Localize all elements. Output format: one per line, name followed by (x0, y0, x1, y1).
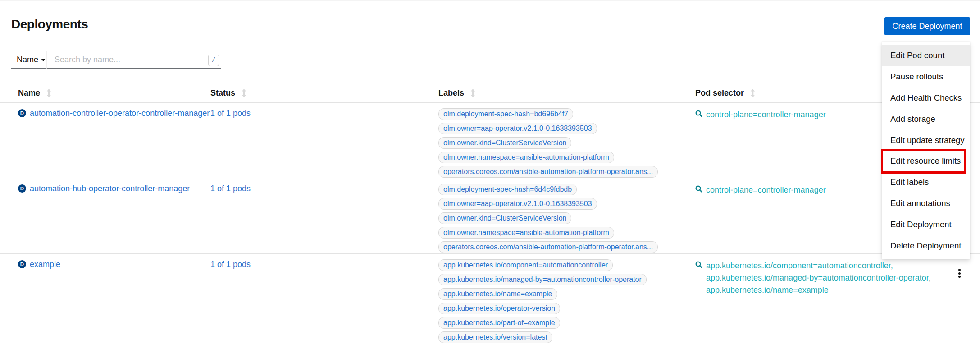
deployment-name-link[interactable]: automation-hub-operator-controller-manag… (30, 184, 190, 193)
slash-shortcut-badge: / (208, 55, 219, 66)
deployment-resource-badge: D (18, 109, 26, 117)
search-icon (695, 110, 702, 119)
status-pods-link[interactable]: 1 of 1 pods (210, 260, 251, 269)
menu-item-add-storage[interactable]: Add storage (882, 108, 970, 129)
sort-icon[interactable] (750, 89, 755, 97)
menu-item-add-health-checks[interactable]: Add Health Checks (882, 87, 970, 109)
label-chip: app.kubernetes.io/part-of=example (438, 317, 560, 329)
actions-menu: Edit Pod count Pause rollouts Add Health… (882, 42, 970, 259)
deployment-name-link[interactable]: example (30, 260, 60, 269)
menu-item-edit-annotations[interactable]: Edit annotations (882, 193, 970, 214)
label-chip: app.kubernetes.io/managed-by=automationc… (438, 274, 647, 285)
menu-item-edit-labels[interactable]: Edit labels (882, 172, 970, 193)
table-row: D automation-hub-operator-controller-man… (0, 178, 980, 254)
sort-icon[interactable] (46, 89, 51, 97)
search-icon (695, 261, 702, 270)
label-chip: olm.owner=aap-operator.v2.1.0-0.16383935… (438, 123, 597, 134)
menu-item-pause-rollouts[interactable]: Pause rollouts (882, 66, 970, 87)
window-top-edge (0, 0, 980, 1)
label-chip: olm.deployment-spec-hash=6d4c9fdbdb (438, 184, 577, 195)
create-deployment-button[interactable]: Create Deployment (884, 17, 970, 35)
pod-selector-cell: app.kubernetes.io/component=automationco… (695, 254, 953, 345)
table-header: Name Status Labels Pod selector (0, 84, 980, 103)
menu-item-delete-deployment[interactable]: Delete Deployment (882, 235, 970, 256)
label-chip: olm.deployment-spec-hash=bd696b4f7 (438, 108, 573, 120)
label-chip: olm.owner.kind=ClusterServiceVersion (438, 137, 571, 149)
status-cell: 1 of 1 pods (210, 103, 438, 180)
pod-selector-link[interactable]: control-plane=controller-manager (706, 109, 826, 121)
label-chip: olm.owner.kind=ClusterServiceVersion (438, 212, 571, 224)
deployment-resource-badge: D (18, 260, 26, 268)
chevron-down-icon (41, 59, 46, 61)
deployment-name-link[interactable]: automation-controller-operator-controlle… (30, 109, 210, 118)
label-chip: olm.owner.namespace=ansible-automation-p… (438, 227, 614, 239)
label-chip: app.kubernetes.io/component=automationco… (438, 259, 613, 271)
sort-icon[interactable] (470, 89, 475, 97)
table-row: D automation-controller-operator-control… (0, 103, 980, 178)
status-pods-link[interactable]: 1 of 1 pods (210, 109, 251, 118)
deployment-resource-badge: D (18, 184, 26, 193)
kebab-menu-icon[interactable] (957, 268, 962, 279)
label-chip: operators.coreos.com/ansible-automation-… (438, 166, 658, 178)
status-pods-link[interactable]: 1 of 1 pods (210, 184, 251, 193)
column-header-labels[interactable]: Labels (438, 88, 695, 98)
search-field-wrap: / (47, 51, 221, 69)
page-title: Deployments (11, 17, 88, 32)
menu-item-edit-resource-limits[interactable]: Edit resource limits (882, 151, 970, 172)
column-header-name[interactable]: Name (0, 88, 210, 98)
filter-type-label: Name (17, 55, 38, 64)
search-input[interactable] (47, 51, 221, 69)
labels-cell: app.kubernetes.io/component=automationco… (438, 254, 695, 345)
name-cell: D automation-hub-operator-controller-man… (0, 178, 210, 256)
filter-toolbar: Name / (11, 51, 221, 69)
pod-selector-link[interactable]: app.kubernetes.io/component=automationco… (706, 260, 931, 296)
menu-item-edit-pod-count[interactable]: Edit Pod count (882, 45, 970, 66)
labels-cell: olm.deployment-spec-hash=6d4c9fdbdb olm.… (438, 178, 695, 256)
label-chip: app.kubernetes.io/name=example (438, 288, 557, 300)
sort-icon[interactable] (242, 89, 246, 97)
name-cell: D automation-controller-operator-control… (0, 103, 210, 180)
filter-type-dropdown[interactable]: Name (11, 51, 47, 69)
menu-item-edit-update-strategy[interactable]: Edit update strategy (882, 129, 970, 151)
column-header-status[interactable]: Status (210, 88, 438, 98)
search-icon (695, 185, 702, 194)
label-chip: olm.owner.namespace=ansible-automation-p… (438, 152, 614, 163)
table-row: D example 1 of 1 pods app.kubernetes.io/… (0, 254, 980, 341)
name-cell: D example (0, 254, 210, 345)
label-chip: operators.coreos.com/ansible-automation-… (438, 241, 658, 253)
labels-cell: olm.deployment-spec-hash=bd696b4f7 olm.o… (438, 103, 695, 180)
status-cell: 1 of 1 pods (210, 254, 438, 345)
status-cell: 1 of 1 pods (210, 178, 438, 256)
actions-cell (953, 254, 980, 345)
menu-item-edit-deployment[interactable]: Edit Deployment (882, 214, 970, 235)
label-chip: app.kubernetes.io/operator-version (438, 303, 560, 314)
label-chip: app.kubernetes.io/version=latest (438, 331, 552, 343)
label-chip: olm.owner=aap-operator.v2.1.0-0.16383935… (438, 198, 597, 210)
pod-selector-link[interactable]: control-plane=controller-manager (706, 184, 826, 196)
